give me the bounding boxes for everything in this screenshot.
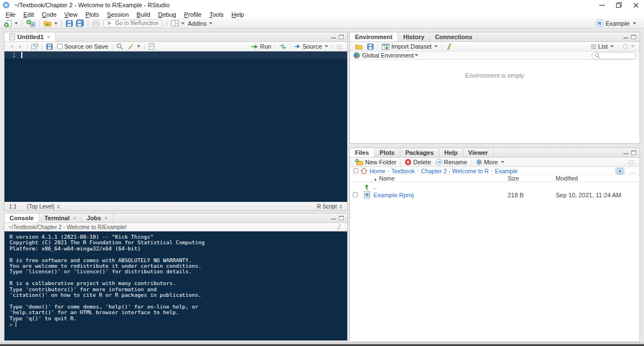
save-source-button[interactable] (44, 44, 55, 50)
addins-button[interactable]: Addins (186, 20, 214, 27)
menu-file[interactable]: File (2, 11, 20, 18)
clear-environment-button[interactable] (444, 43, 456, 50)
menu-tools[interactable]: Tools (205, 11, 228, 18)
menu-session[interactable]: Session (103, 11, 132, 18)
popout-button[interactable] (29, 44, 40, 49)
menu-help[interactable]: Help (228, 11, 248, 18)
panes-dropdown-icon[interactable] (181, 22, 184, 25)
find-replace-button[interactable] (114, 43, 125, 50)
cursor-position-label[interactable]: 1:1 (9, 203, 17, 210)
tab-plots[interactable]: Plots (375, 148, 400, 157)
project-menu-button[interactable]: R Example (594, 19, 638, 27)
run-button[interactable]: Run (249, 43, 273, 50)
tab-console[interactable]: Console (4, 214, 39, 222)
select-all-checkbox[interactable] (353, 168, 358, 173)
load-workspace-button[interactable] (353, 44, 365, 50)
minimize-pane-icon[interactable] (331, 216, 336, 220)
breadcrumb-example[interactable]: Example (495, 168, 518, 174)
forward-button[interactable] (16, 44, 25, 49)
tab-close-icon[interactable]: × (105, 215, 108, 221)
minimize-pane-icon[interactable] (623, 151, 628, 155)
minimize-button[interactable] (594, 0, 610, 10)
environment-scope-selector[interactable]: Global Environment (362, 52, 414, 59)
maximize-pane-icon[interactable] (631, 35, 636, 39)
menu-code[interactable]: Code (38, 11, 60, 18)
delete-button[interactable]: Delete (402, 159, 433, 165)
tab-jobs[interactable]: Jobs × (82, 214, 113, 222)
breadcrumb-home[interactable]: Home (370, 168, 385, 174)
print-button[interactable] (91, 20, 101, 27)
menu-plots[interactable]: Plots (82, 11, 103, 18)
open-recent-dropdown-icon[interactable] (54, 22, 58, 25)
rename-button[interactable]: Rename (433, 159, 470, 165)
file-name[interactable]: .. (373, 183, 508, 190)
code-editor[interactable]: 1 (4, 51, 347, 202)
new-file-button[interactable] (2, 19, 20, 28)
open-file-button[interactable] (42, 20, 59, 27)
tab-close-icon[interactable]: × (47, 34, 50, 40)
source-on-save-checkbox[interactable]: Source on Save (55, 43, 110, 50)
path-more-button[interactable]: ... (629, 168, 636, 174)
tab-help[interactable]: Help (439, 148, 463, 157)
scope-selector[interactable]: (Top Level)⇕ (27, 203, 60, 210)
file-checkbox[interactable] (353, 192, 358, 197)
console-input-line[interactable]: > (4, 321, 347, 327)
file-name-link[interactable]: Example.Rproj (373, 192, 414, 198)
tab-terminal[interactable]: Terminal × (39, 214, 82, 222)
maximize-pane-icon[interactable] (339, 216, 344, 220)
back-button[interactable] (7, 44, 16, 49)
environment-search-box[interactable] (591, 52, 636, 59)
maximize-pane-icon[interactable] (339, 35, 344, 39)
minimize-pane-icon[interactable] (331, 35, 336, 39)
more-button[interactable]: More (473, 159, 506, 165)
save-button[interactable] (64, 20, 74, 27)
workspace-panes-button[interactable] (169, 20, 186, 27)
menu-debug[interactable]: Debug (154, 11, 180, 18)
checkbox-icon[interactable] (57, 44, 63, 49)
column-header-name[interactable]: ▲Name (373, 175, 508, 182)
rerun-button[interactable] (277, 44, 288, 49)
tab-environment[interactable]: Environment (350, 32, 398, 41)
new-folder-button[interactable]: New Folder (353, 159, 399, 165)
project-directory-button[interactable]: R (615, 168, 624, 174)
tab-connections[interactable]: Connections (430, 32, 478, 41)
column-header-modified[interactable]: Modified (556, 175, 640, 182)
save-all-button[interactable] (74, 19, 86, 27)
breadcrumb-chapter2[interactable]: Chapter 2 - Welcome to R (421, 168, 489, 174)
refresh-files-button[interactable] (626, 159, 637, 165)
source-button[interactable]: Source (292, 43, 330, 50)
console-output[interactable]: R version 4.1.1 (2021-08-10) -- "Kick Th… (4, 231, 347, 340)
tab-untitled1[interactable]: Untitled1 × (4, 32, 56, 41)
save-workspace-button[interactable] (365, 44, 376, 50)
menu-build[interactable]: Build (132, 11, 154, 18)
clear-console-icon[interactable] (336, 224, 343, 230)
table-row-parent-dir[interactable]: .. (350, 182, 640, 191)
goto-file-function-box[interactable] (103, 20, 162, 27)
close-button[interactable] (627, 0, 644, 10)
code-tools-button[interactable] (125, 43, 143, 50)
breadcrumb-textbook[interactable]: Textbook (391, 168, 415, 174)
document-outline-button[interactable] (334, 44, 344, 49)
list-view-button[interactable]: List (589, 43, 616, 50)
new-project-button[interactable]: R (25, 19, 37, 28)
tab-history[interactable]: History (398, 32, 430, 41)
compile-report-button[interactable] (146, 43, 157, 50)
tab-packages[interactable]: Packages (400, 148, 439, 157)
import-dataset-button[interactable]: Import Dataset (380, 43, 440, 50)
restore-button[interactable] (610, 0, 627, 10)
scope-dropdown-icon[interactable] (415, 54, 418, 56)
home-icon[interactable] (361, 168, 367, 174)
filetype-selector[interactable]: R Script⇕ (317, 203, 343, 210)
table-row-example-rproj[interactable]: R Example.Rproj 218 B Sep 10, 2021, 11:2… (350, 191, 640, 199)
tab-viewer[interactable]: Viewer (463, 148, 494, 157)
refresh-environment-button[interactable] (620, 44, 637, 50)
environment-search-input[interactable] (602, 52, 634, 59)
maximize-pane-icon[interactable] (631, 150, 636, 155)
tab-close-icon[interactable]: × (73, 215, 76, 221)
menu-profile[interactable]: Profile (180, 11, 205, 18)
menu-edit[interactable]: Edit (20, 11, 38, 18)
goto-file-function-input[interactable] (114, 20, 162, 27)
new-file-dropdown-icon[interactable] (15, 22, 18, 25)
tab-files[interactable]: Files (350, 148, 375, 157)
column-header-size[interactable]: Size (508, 175, 556, 182)
